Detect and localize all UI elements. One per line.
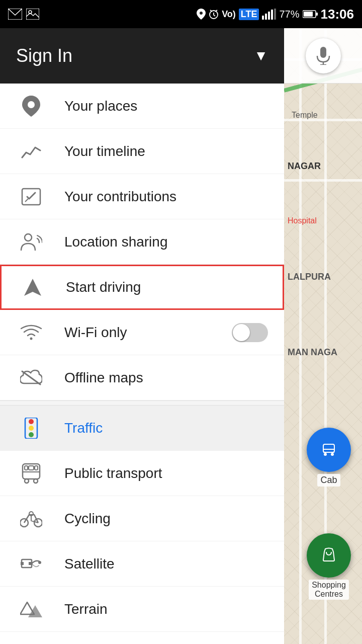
svg-rect-17 — [320, 47, 326, 58]
satellite-label: Satellite — [64, 556, 268, 572]
svg-point-39 — [25, 479, 29, 483]
offline-maps-label: Offline maps — [64, 370, 268, 386]
fab-shopping-label: ShoppingCentres — [309, 580, 349, 600]
menu-item-cycling[interactable]: Cycling — [0, 496, 284, 541]
menu-item-wifi-only[interactable]: Wi-Fi only — [0, 310, 284, 355]
mic-button[interactable] — [284, 28, 362, 84]
cycling-icon — [16, 504, 46, 534]
menu-item-terrain[interactable]: Terrain — [0, 587, 284, 632]
svg-point-23 — [331, 453, 334, 456]
svg-point-40 — [34, 479, 38, 483]
public-transport-label: Public transport — [64, 465, 268, 481]
menu-item-satellite[interactable]: Satellite — [0, 541, 284, 587]
svg-rect-44 — [35, 466, 38, 470]
wifi-icon — [16, 317, 46, 348]
battery-label: 77% — [279, 9, 299, 20]
satellite-icon — [16, 549, 46, 579]
menu-item-location-sharing[interactable]: Location sharing — [0, 219, 284, 265]
shopping-icon — [318, 545, 339, 566]
menu-item-your-contributions[interactable]: Your contributions — [0, 174, 284, 219]
cloud-off-icon — [16, 363, 46, 393]
svg-rect-49 — [21, 562, 24, 565]
location-sharing-label: Location sharing — [64, 234, 268, 250]
navigation-drawer: Sign In ▼ Your places Your timeline — [0, 28, 284, 644]
train-icon — [16, 458, 46, 489]
terrain-label: Terrain — [64, 601, 268, 617]
dropdown-arrow-icon[interactable]: ▼ — [254, 48, 268, 64]
menu-item-traffic[interactable]: Traffic — [0, 406, 284, 451]
svg-point-22 — [324, 453, 327, 456]
status-bar-left-icons — [8, 9, 39, 20]
menu-item-your-timeline[interactable]: Your timeline — [0, 129, 284, 174]
your-timeline-label: Your timeline — [64, 143, 268, 159]
traffic-icon — [16, 413, 46, 443]
wifi-toggle[interactable] — [232, 323, 268, 342]
fab-transit-button[interactable] — [307, 428, 351, 472]
terrain-icon — [16, 594, 46, 624]
signal-icon — [262, 9, 276, 20]
location-icon — [197, 9, 206, 20]
svg-rect-1 — [26, 9, 39, 20]
navigation-arrow-icon — [18, 272, 48, 302]
svg-point-28 — [28, 101, 35, 108]
menu-item-public-transport[interactable]: Public transport — [0, 451, 284, 496]
contributions-icon — [16, 182, 46, 212]
wifi-only-label: Wi-Fi only — [64, 325, 232, 341]
microphone-svg — [315, 47, 331, 65]
map-label-man-naga: MAN NAGA — [288, 347, 337, 358]
start-driving-label: Start driving — [66, 279, 266, 295]
mic-icon[interactable] — [306, 38, 341, 73]
status-bar-right-icons: Vo) LTE 77% 13:06 — [197, 7, 354, 22]
google-earth-icon — [16, 639, 46, 645]
svg-rect-12 — [271, 10, 273, 20]
menu-item-your-places[interactable]: Your places — [0, 84, 284, 129]
fab-shopping-button[interactable] — [307, 533, 351, 578]
your-places-label: Your places — [64, 98, 268, 114]
svg-line-8 — [215, 10, 217, 12]
battery-icon — [303, 10, 318, 18]
lte-label: LTE — [239, 9, 259, 20]
transit-icon — [318, 439, 339, 460]
status-time: 13:06 — [321, 7, 354, 22]
menu-item-offline-maps[interactable]: Offline maps — [0, 355, 284, 400]
svg-line-7 — [210, 10, 212, 12]
menu-item-google-earth[interactable]: Google Earth — [0, 632, 284, 644]
svg-rect-10 — [265, 14, 267, 20]
svg-rect-16 — [316, 13, 318, 16]
timeline-icon — [16, 136, 46, 167]
svg-line-32 — [22, 371, 40, 384]
location-pin-icon — [16, 91, 46, 121]
fab-transit-container[interactable]: Cab — [307, 428, 351, 487]
map-label-lalpura: LALPURA — [288, 272, 331, 282]
svg-rect-11 — [268, 12, 270, 20]
alarm-icon — [209, 9, 219, 20]
svg-point-51 — [38, 561, 41, 564]
svg-point-3 — [200, 12, 203, 15]
svg-rect-9 — [262, 16, 264, 20]
map-label-nagar: NAGAR — [288, 161, 321, 172]
svg-line-6 — [214, 15, 215, 16]
svg-point-35 — [29, 426, 34, 431]
svg-point-36 — [29, 432, 34, 437]
svg-marker-31 — [24, 279, 41, 296]
svg-point-30 — [25, 234, 32, 241]
vo-lte-label: Vo) — [222, 9, 236, 20]
image-icon — [26, 9, 39, 20]
drawer-header[interactable]: Sign In ▼ — [0, 28, 284, 84]
sign-in-title[interactable]: Sign In — [16, 45, 72, 66]
your-contributions-label: Your contributions — [64, 189, 268, 205]
person-share-icon — [16, 227, 46, 257]
traffic-label: Traffic — [64, 420, 268, 436]
cycling-label: Cycling — [64, 511, 268, 527]
svg-rect-43 — [25, 466, 28, 470]
fab-transit-label: Cab — [317, 474, 340, 487]
svg-point-34 — [29, 419, 34, 424]
divider-traffic — [0, 400, 284, 406]
menu-item-start-driving[interactable]: Start driving — [0, 265, 284, 310]
map-label-hospital: Hospital — [288, 216, 317, 225]
gmail-icon — [8, 9, 22, 20]
map-label-temple: Temple — [292, 111, 357, 120]
fab-shopping-container[interactable]: ShoppingCentres — [307, 533, 351, 600]
svg-rect-42 — [29, 466, 34, 470]
status-bar: Vo) LTE 77% 13:06 — [0, 0, 362, 28]
